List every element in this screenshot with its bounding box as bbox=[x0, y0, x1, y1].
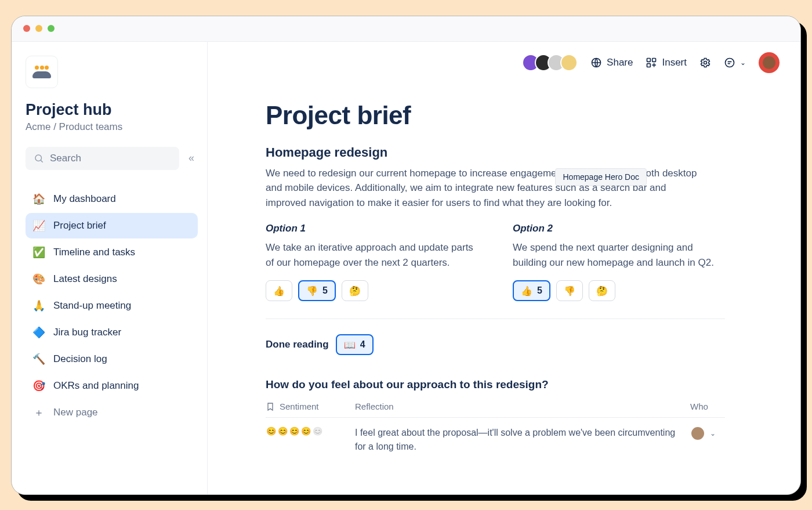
svg-rect-4 bbox=[652, 58, 656, 62]
insert-label: Insert bbox=[662, 57, 687, 68]
document-content: Project brief Homepage redesign We need … bbox=[208, 84, 800, 494]
workspace-icon[interactable] bbox=[26, 56, 58, 88]
reaction-thinking[interactable]: 🤔 bbox=[589, 280, 615, 301]
comment-icon bbox=[724, 57, 735, 68]
hover-tooltip: Homepage Hero Doc bbox=[555, 168, 647, 186]
nav-jira-bug-tracker[interactable]: 🔷 Jira bug tracker bbox=[26, 320, 198, 345]
titlebar bbox=[12, 16, 800, 42]
smiley-icon: 😊 bbox=[300, 426, 311, 436]
jira-icon: 🔷 bbox=[32, 326, 45, 339]
reaction-thumbs-down[interactable]: 👎5 bbox=[298, 280, 336, 301]
thumbs-up-icon: 👍 bbox=[273, 285, 285, 296]
option-2-desc: We spend the next quarter designing and … bbox=[513, 240, 725, 270]
nav-new-page[interactable]: ＋ New page bbox=[26, 400, 198, 425]
comments-button[interactable]: ⌄ bbox=[724, 57, 746, 68]
done-reading-button[interactable]: 📖 4 bbox=[336, 334, 374, 355]
nav-label: My dashboard bbox=[53, 193, 116, 205]
chevron-down-icon: ⌄ bbox=[740, 59, 746, 67]
workspace-title: Project hub bbox=[26, 101, 198, 119]
nav-label: OKRs and planning bbox=[53, 380, 139, 392]
gavel-icon: 🔨 bbox=[32, 353, 45, 366]
col-who: Who bbox=[690, 402, 725, 411]
nav-latest-designs[interactable]: 🎨 Latest designs bbox=[26, 266, 198, 292]
current-user-avatar[interactable] bbox=[759, 52, 780, 73]
house-icon: 🏠 bbox=[32, 193, 45, 205]
section-subtitle: Homepage redesign bbox=[266, 145, 725, 160]
minimize-dot[interactable] bbox=[35, 25, 42, 32]
search-placeholder: Search bbox=[50, 153, 81, 164]
smiley-icon: 😊 bbox=[266, 426, 276, 436]
svg-point-6 bbox=[704, 61, 707, 64]
topbar: Share Insert bbox=[208, 42, 800, 84]
close-dot[interactable] bbox=[23, 25, 30, 32]
globe-icon bbox=[590, 57, 602, 68]
sidebar-nav: 🏠 My dashboard 📈 Project brief ✅ Timelin… bbox=[26, 186, 198, 425]
done-reading-count: 4 bbox=[360, 339, 365, 350]
chart-icon: 📈 bbox=[32, 219, 45, 232]
thinking-icon: 🤔 bbox=[349, 285, 361, 296]
nav-label: Latest designs bbox=[53, 273, 117, 285]
reaction-count: 5 bbox=[322, 285, 328, 296]
reaction-count: 5 bbox=[537, 285, 542, 296]
col-reflection: Reflection bbox=[355, 402, 676, 411]
option-1-title: Option 1 bbox=[266, 223, 478, 234]
done-reading-label: Done reading bbox=[266, 339, 329, 350]
breadcrumb[interactable]: Acme / Product teams bbox=[26, 121, 198, 133]
insert-button[interactable]: Insert bbox=[646, 57, 687, 68]
zoom-dot[interactable] bbox=[48, 25, 55, 32]
figma-icon: 🎨 bbox=[32, 273, 45, 285]
nav-label: Timeline and tasks bbox=[53, 247, 135, 258]
plus-icon: ＋ bbox=[32, 406, 45, 419]
collaborator-avatars[interactable] bbox=[522, 54, 578, 71]
people-icon bbox=[32, 66, 51, 78]
nav-label: Project brief bbox=[53, 220, 106, 232]
divider bbox=[266, 319, 725, 319]
nav-label: New page bbox=[53, 407, 98, 418]
collapse-sidebar-button[interactable]: « bbox=[185, 152, 198, 164]
svg-point-0 bbox=[35, 155, 42, 161]
thumbs-up-icon: 👍 bbox=[521, 285, 532, 296]
nav-okrs-planning[interactable]: 🎯 OKRs and planning bbox=[26, 373, 198, 399]
target-icon: 🎯 bbox=[32, 379, 45, 392]
col-sentiment: Sentiment bbox=[280, 402, 319, 411]
sentiment-rating[interactable]: 😊 😊 😊 😊 😊 bbox=[266, 426, 341, 436]
hands-icon: 🙏 bbox=[32, 299, 45, 312]
share-button[interactable]: Share bbox=[590, 57, 633, 68]
chevron-down-icon[interactable]: ⌄ bbox=[710, 429, 716, 437]
option-1: Option 1 We take an iterative approach a… bbox=[266, 223, 478, 301]
row-avatar[interactable] bbox=[690, 426, 705, 441]
reaction-thumbs-down[interactable]: 👎 bbox=[556, 280, 583, 301]
feedback-table-header: Sentiment Reflection Who bbox=[266, 402, 725, 418]
settings-button[interactable] bbox=[699, 57, 711, 68]
smiley-icon-empty: 😊 bbox=[312, 426, 322, 436]
search-icon bbox=[34, 153, 44, 164]
nav-standup-meeting[interactable]: 🙏 Stand-up meeting bbox=[26, 293, 198, 319]
smiley-icon: 😊 bbox=[289, 426, 299, 436]
search-input[interactable]: Search bbox=[26, 147, 179, 170]
reaction-thumbs-up[interactable]: 👍5 bbox=[513, 280, 550, 301]
nav-label: Decision log bbox=[53, 353, 107, 365]
reflection-text: I feel great about the proposal—it'll so… bbox=[355, 426, 676, 454]
book-icon: 📖 bbox=[344, 339, 356, 350]
feedback-row: 😊 😊 😊 😊 😊 I feel great about the proposa… bbox=[266, 418, 725, 454]
svg-line-1 bbox=[41, 160, 42, 162]
reaction-thumbs-up[interactable]: 👍 bbox=[266, 280, 292, 301]
main-area: Share Insert bbox=[208, 42, 800, 494]
share-label: Share bbox=[607, 57, 633, 68]
bookmark-icon bbox=[266, 402, 275, 411]
svg-rect-3 bbox=[647, 58, 651, 62]
reaction-thinking[interactable]: 🤔 bbox=[342, 280, 368, 301]
nav-label: Stand-up meeting bbox=[53, 300, 131, 312]
svg-rect-5 bbox=[647, 63, 651, 67]
question-heading: How do you feel about our approach to th… bbox=[266, 378, 725, 391]
page-title: Project brief bbox=[266, 101, 725, 130]
option-2: Option 2 We spend the next quarter desig… bbox=[513, 223, 725, 301]
nav-my-dashboard[interactable]: 🏠 My dashboard bbox=[26, 186, 198, 212]
nav-project-brief[interactable]: 📈 Project brief bbox=[26, 213, 198, 238]
avatar[interactable] bbox=[560, 54, 578, 71]
option-2-title: Option 2 bbox=[513, 223, 725, 234]
nav-decision-log[interactable]: 🔨 Decision log bbox=[26, 346, 198, 372]
nav-timeline-tasks[interactable]: ✅ Timeline and tasks bbox=[26, 240, 198, 265]
app-window: Project hub Acme / Product teams Search … bbox=[11, 16, 801, 495]
gear-icon bbox=[699, 57, 711, 68]
